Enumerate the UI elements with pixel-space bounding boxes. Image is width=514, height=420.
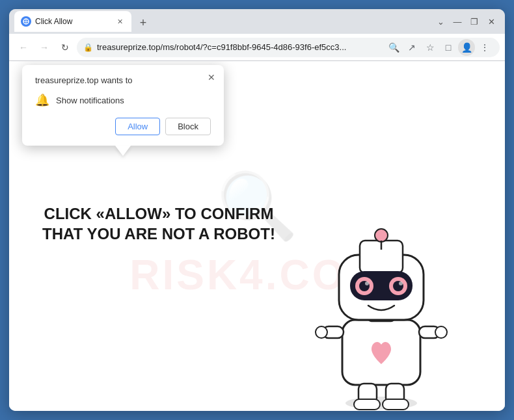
restore-button[interactable]: ❐	[466, 14, 483, 29]
tab-bar: Click Allow ✕ +	[14, 11, 429, 32]
menu-button[interactable]: ⋮	[476, 39, 493, 56]
bell-icon: 🔔	[35, 93, 49, 107]
svg-point-12	[375, 229, 388, 242]
content-area: 🔍 RISK4.COM CLICK «ALLOW» TO CONFIRM THA…	[9, 61, 505, 411]
block-button[interactable]: Block	[165, 118, 211, 135]
webpage: 🔍 RISK4.COM CLICK «ALLOW» TO CONFIRM THA…	[9, 61, 505, 411]
svg-point-8	[435, 326, 447, 338]
close-button[interactable]: ✕	[483, 14, 500, 29]
url-actions: 🔍 ↗ ☆ □ 👤 ⋮	[385, 39, 493, 56]
lock-icon: 🔒	[83, 43, 93, 52]
tab-favicon	[21, 16, 31, 27]
url-text: treasureprize.top/ms/robot4/?c=c91f8bbf-…	[97, 42, 381, 52]
svg-point-7	[316, 326, 327, 338]
svg-point-20	[399, 282, 403, 285]
permission-popup: ✕ treasureprize.top wants to 🔔 Show noti…	[22, 65, 224, 146]
extension-icon-button[interactable]: □	[440, 39, 457, 56]
tab-close-button[interactable]: ✕	[115, 16, 125, 27]
search-icon-button[interactable]: 🔍	[385, 39, 402, 56]
forward-button[interactable]: →	[35, 38, 53, 57]
svg-rect-24	[383, 399, 409, 410]
tab-title: Click Allow	[35, 17, 111, 26]
popup-title: treasureprize.top wants to	[35, 75, 211, 85]
svg-point-17	[365, 282, 369, 285]
chevron-down-button[interactable]: ⌄	[432, 14, 449, 29]
profile-button[interactable]: 👤	[458, 39, 475, 56]
main-headline: CLICK «ALLOW» TO CONFIRM THAT YOU ARE NO…	[35, 203, 282, 244]
bookmark-icon-button[interactable]: ☆	[422, 39, 439, 56]
svg-rect-23	[354, 399, 380, 410]
active-tab[interactable]: Click Allow ✕	[14, 11, 131, 32]
address-bar: ← → ↻ 🔒 treasureprize.top/ms/robot4/?c=c…	[9, 34, 505, 61]
allow-button[interactable]: Allow	[115, 118, 160, 135]
new-tab-button[interactable]: +	[134, 14, 152, 32]
back-button[interactable]: ←	[14, 38, 33, 57]
robot-illustration	[297, 203, 466, 411]
minimize-button[interactable]: —	[449, 14, 466, 29]
window-controls: ⌄ — ❐ ✕	[432, 14, 500, 29]
permission-label: Show notifications	[56, 96, 124, 105]
popup-buttons: Allow Block	[35, 118, 211, 135]
url-box[interactable]: 🔒 treasureprize.top/ms/robot4/?c=c91f8bb…	[77, 38, 500, 57]
speech-bubble-tail	[115, 146, 131, 156]
popup-close-button[interactable]: ✕	[204, 70, 219, 85]
popup-permission-row: 🔔 Show notifications	[35, 93, 211, 107]
reload-button[interactable]: ↻	[56, 38, 74, 57]
title-bar: Click Allow ✕ + ⌄ — ❐ ✕	[9, 9, 505, 34]
share-icon-button[interactable]: ↗	[403, 39, 420, 56]
browser-window: Click Allow ✕ + ⌄ — ❐ ✕ ← → ↻ 🔒 treasure…	[9, 9, 505, 411]
